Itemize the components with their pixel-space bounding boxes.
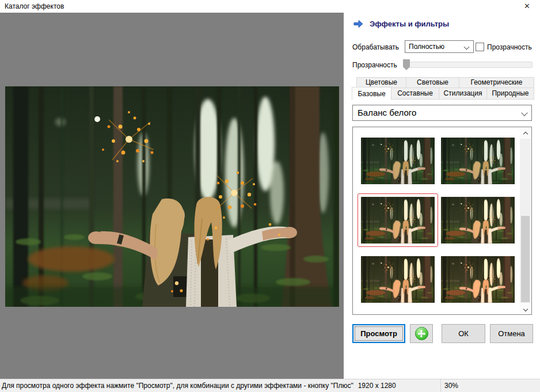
close-icon[interactable]: ✕ bbox=[514, 0, 540, 13]
preview-photo bbox=[5, 86, 339, 307]
effect-thumbnail-list bbox=[352, 127, 532, 315]
transparency-checkbox-label: Прозрачность bbox=[487, 43, 532, 51]
title-bar: Каталог эффектов ✕ bbox=[0, 0, 540, 13]
tab-row-2: Базовые Составные Стилизация Природные bbox=[352, 87, 534, 100]
preview-button[interactable]: Просмотр bbox=[352, 324, 405, 343]
transparency-slider-track[interactable] bbox=[403, 62, 533, 68]
blue-arrow-icon bbox=[353, 20, 363, 28]
ok-button-label: ОК bbox=[458, 329, 469, 338]
scroll-up-button[interactable] bbox=[520, 128, 531, 139]
effect-thumbnail-2[interactable] bbox=[441, 138, 515, 184]
chevron-up-icon bbox=[523, 132, 527, 136]
effect-thumbnail-1[interactable] bbox=[361, 138, 435, 184]
cancel-button-label: Отмена bbox=[498, 329, 525, 338]
chevron-down-icon bbox=[523, 307, 527, 311]
tab-svetovye[interactable]: Световые bbox=[406, 77, 459, 88]
status-bar: Для просмотра одного эффекта нажмите "Пр… bbox=[0, 379, 540, 392]
process-row: Обрабатывать Полностью Прозрачность bbox=[344, 40, 540, 54]
transparency-slider-thumb[interactable] bbox=[403, 59, 410, 70]
focus-outline bbox=[355, 326, 403, 341]
transparency-slider-row: Прозрачность bbox=[344, 59, 540, 73]
effect-thumbnail-6[interactable] bbox=[441, 256, 515, 303]
ok-button[interactable]: ОК bbox=[442, 324, 485, 343]
transparency-slider-label: Прозрачность bbox=[352, 61, 397, 69]
effects-catalog-dialog: Каталог эффектов ✕ Эффекты и фильтры Обр… bbox=[0, 0, 540, 392]
tab-prirodnye[interactable]: Природные bbox=[486, 87, 534, 100]
zoom-level-section: 30% bbox=[440, 379, 540, 392]
tab-bazovye[interactable]: Базовые bbox=[352, 87, 391, 100]
effect-thumbnail-3-selected[interactable] bbox=[361, 197, 435, 243]
effect-thumbnail-4[interactable] bbox=[441, 197, 515, 243]
button-bar: Просмотр ОК Отмена bbox=[344, 324, 540, 343]
effect-select-value: Баланс белого bbox=[358, 108, 416, 117]
chevron-down-icon bbox=[521, 109, 527, 116]
thumbnail-grid bbox=[353, 127, 520, 314]
vertical-scrollbar[interactable] bbox=[520, 128, 531, 314]
effect-select[interactable]: Баланс белого bbox=[352, 105, 532, 121]
zoom-level-value: 30% bbox=[444, 382, 458, 390]
tab-sostavnye[interactable]: Составные bbox=[391, 87, 439, 100]
panel-header: Эффекты и фильтры bbox=[353, 20, 449, 28]
transparency-checkbox[interactable] bbox=[476, 43, 484, 51]
scrollbar-thumb[interactable] bbox=[521, 216, 530, 302]
chevron-down-icon bbox=[464, 44, 470, 50]
tab-stilizaciya[interactable]: Стилизация bbox=[439, 87, 487, 100]
scroll-down-button[interactable] bbox=[520, 303, 531, 314]
process-label: Обрабатывать bbox=[352, 43, 399, 51]
plus-icon bbox=[415, 327, 428, 340]
cancel-button[interactable]: Отмена bbox=[490, 324, 533, 343]
process-mode-value: Полностью bbox=[409, 43, 444, 51]
tab-geometricheskie[interactable]: Геометрические bbox=[459, 77, 534, 88]
panel-title: Эффекты и фильтры bbox=[370, 20, 449, 28]
effect-thumbnail-5[interactable] bbox=[361, 256, 435, 303]
process-mode-select[interactable]: Полностью bbox=[405, 40, 474, 53]
effects-panel: Эффекты и фильтры Обрабатывать Полностью… bbox=[344, 13, 540, 379]
status-hint-section: Для просмотра одного эффекта нажмите "Пр… bbox=[0, 379, 440, 392]
add-effect-button[interactable] bbox=[410, 324, 433, 343]
image-preview-area bbox=[0, 13, 344, 379]
image-size-value: 1920 x 1280 bbox=[358, 382, 396, 390]
status-hint: Для просмотра одного эффекта нажмите "Пр… bbox=[2, 382, 353, 390]
window-title: Каталог эффектов bbox=[5, 2, 64, 10]
